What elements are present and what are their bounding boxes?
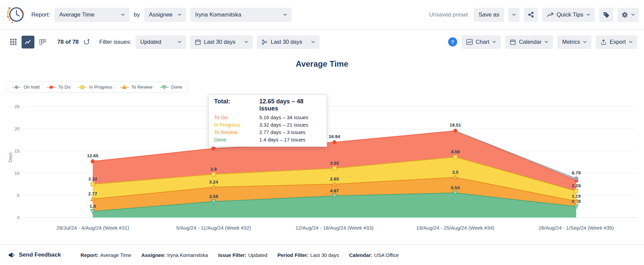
date-filter-select[interactable]: Last 30 days: [190, 35, 253, 49]
footer-item-label: Issue Filter:: [218, 252, 246, 258]
legend-item-on-hold[interactable]: On hold: [12, 85, 39, 90]
series-marker[interactable]: [91, 183, 95, 186]
footer-item: Period Filter:Last 30 days: [277, 252, 339, 258]
chart-view-button[interactable]: [22, 36, 34, 48]
footer-item: Assignee:Iryna Komarnitska: [141, 252, 208, 258]
chart-section: Average Time On holdTo DoIn ProgressTo R…: [0, 54, 644, 244]
refresh-button[interactable]: [83, 38, 90, 46]
series-marker[interactable]: [81, 86, 84, 89]
help-button[interactable]: ?: [448, 37, 457, 46]
point-label: 4.87: [330, 188, 339, 193]
share-button[interactable]: [524, 8, 538, 22]
series-marker[interactable]: [575, 189, 578, 193]
footer-item-label: Period Filter:: [277, 252, 309, 258]
send-feedback-label: Send Feedback: [19, 252, 61, 258]
legend-item-in-progress[interactable]: In Progress: [78, 85, 113, 90]
export-button-label: Export: [610, 39, 626, 45]
tooltip-row-label: In Progress:: [214, 122, 259, 128]
point-label: 3.32: [88, 176, 97, 181]
point-label: 1.19: [572, 194, 581, 199]
chevron-down-icon: [512, 13, 516, 16]
chart-type-button[interactable]: Chart: [462, 35, 501, 49]
issue-count: 78 of 78: [57, 39, 79, 45]
app-logo-icon: [5, 4, 26, 24]
footer-item-value: Iryna Komarnitska: [167, 252, 208, 258]
point-label: 1.4: [90, 204, 96, 209]
save-options-button[interactable]: [508, 8, 520, 22]
chevron-down-icon: [631, 13, 635, 16]
tag-button[interactable]: [599, 8, 613, 22]
point-label: 4.56: [451, 149, 460, 154]
legend-item-done[interactable]: Done: [159, 85, 182, 90]
x-tick-label: 26/Aug/24 - 1/Sep/24 (Week #35): [538, 225, 614, 231]
issue-filter-select[interactable]: Updated: [136, 35, 186, 49]
report-type-select[interactable]: Average Time: [55, 8, 129, 22]
assignee-select[interactable]: Iryna Komarnitska: [191, 8, 292, 22]
tooltip-total-label: Total:: [214, 98, 259, 112]
series-marker[interactable]: [453, 155, 457, 159]
legend-label: Done: [171, 85, 182, 90]
date-filter-value: Last 30 days: [204, 39, 236, 45]
footer-item-label: Report:: [81, 252, 98, 258]
footer-item-value: Average Time: [100, 252, 131, 258]
share-icon: [528, 11, 534, 18]
group-by-select[interactable]: Assignee: [144, 8, 186, 22]
calendar-button[interactable]: Calendar: [505, 35, 553, 49]
legend-label: To Review: [131, 85, 152, 90]
tooltip-row: To Review:2.77 days – 3 issues: [214, 129, 321, 135]
metrics-button[interactable]: Metrics: [557, 35, 591, 49]
series-marker[interactable]: [91, 160, 95, 163]
footer-item-label: Calendar:: [349, 252, 372, 258]
export-icon: [601, 39, 607, 45]
quick-tips-button[interactable]: Quick Tips: [542, 8, 595, 22]
series-marker[interactable]: [50, 86, 53, 89]
legend-marker-icon: [120, 85, 129, 90]
chevron-down-icon: [629, 41, 633, 43]
legend-marker-icon: [47, 85, 56, 90]
header-actions: Unsaved preset Save as Quick Tips: [429, 8, 639, 22]
point-label: 3.59: [209, 194, 218, 199]
help-label: ?: [451, 39, 454, 45]
quick-tips-label: Quick Tips: [557, 11, 583, 18]
send-feedback-button[interactable]: Send Feedback: [8, 252, 61, 258]
legend-item-to-review[interactable]: To Review: [120, 85, 152, 90]
point-label: 3.24: [209, 179, 218, 185]
legend-item-to-do[interactable]: To Do: [47, 85, 70, 90]
footer-item: Calendar:USA Office: [349, 252, 399, 258]
series-marker[interactable]: [15, 86, 18, 89]
tooltip-row-value: 3.32 days – 21 issues: [259, 122, 308, 128]
app-logo: [5, 4, 26, 26]
board-view-button[interactable]: [36, 36, 49, 48]
legend-marker-icon: [159, 85, 169, 90]
chevron-down-icon: [178, 13, 181, 16]
chevron-down-icon: [283, 13, 287, 16]
series-marker[interactable]: [212, 172, 215, 176]
grid-view-button[interactable]: [7, 36, 20, 48]
series-marker[interactable]: [333, 140, 336, 144]
y-tick-label: 25: [14, 104, 20, 109]
export-button[interactable]: Export: [596, 35, 637, 49]
footer-summary: Report:Average TimeAssignee:Iryna Komarn…: [81, 252, 399, 258]
y-tick-label: 15: [14, 148, 20, 154]
legend-marker-icon: [78, 85, 87, 90]
save-as-button[interactable]: Save as: [474, 8, 504, 22]
series-marker[interactable]: [575, 176, 578, 180]
tooltip-row-value: 2.77 days – 3 issues: [259, 129, 305, 135]
chevron-down-icon: [121, 13, 125, 16]
total-label: 16.94: [329, 134, 340, 139]
series-marker[interactable]: [453, 129, 457, 133]
legend-label: In Progress: [89, 85, 113, 90]
chevron-down-icon: [545, 41, 548, 43]
tooltip-total-row: Total: 12.65 days – 48 issues: [214, 98, 321, 112]
point-label: 2.28: [572, 183, 581, 188]
x-tick-label: 5/Aug/24 - 11/Aug/24 (Week #32): [176, 225, 251, 231]
sprint-filter-select[interactable]: Last 30 days: [257, 35, 320, 49]
tooltip-row: To Do:5.16 days – 34 issues: [214, 114, 321, 120]
grid-view-icon: [10, 39, 17, 45]
series-marker[interactable]: [333, 166, 336, 170]
chart-tooltip: Total: 12.65 days – 48 issues To Do:5.16…: [208, 94, 327, 147]
group-by-value: Assignee: [149, 11, 173, 18]
series-marker[interactable]: [212, 146, 215, 150]
settings-button[interactable]: [618, 8, 639, 22]
calendar-icon: [510, 39, 516, 45]
